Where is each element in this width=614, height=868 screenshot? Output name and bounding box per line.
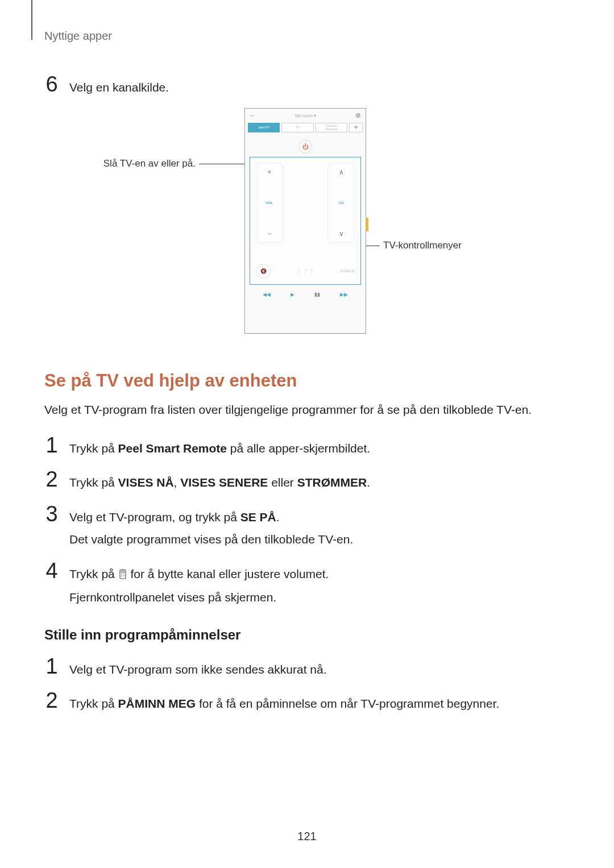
t-bold: Peel Smart Remote [118,442,227,455]
room-text: My room [295,113,313,118]
t: Trykk på [69,697,118,710]
step-text: Velg et TV-program, og trykk på SE PÅ. D… [69,508,570,549]
step-number: 3 [44,503,59,525]
room-label: My room ▾ [295,113,316,118]
ch-label: CH [339,201,344,205]
vol-label: VOL [266,201,273,205]
t: , [174,476,181,489]
tab-3: Custom Remote [316,123,347,132]
step-text: Trykk på VISES NÅ, VISES SENERE eller ST… [69,474,570,492]
t: for å bytte kanal eller justere volumet. [127,567,329,580]
pause-icon: ▮▮ [314,292,320,297]
bottom-row: 🔇 ⋮⋮⋮ SOURCE [256,264,355,279]
reminder-step-2: 2 Trykk på PÅMINN MEG for å få en påminn… [44,690,570,713]
ch-col: ∧ CH ∨ [327,163,355,243]
t: Trykk på [69,567,118,580]
step-2: 2 Trykk på VISES NÅ, VISES SENERE eller … [44,468,570,492]
t-sub: Det valgte programmet vises på den tilko… [69,530,570,549]
step-text: Trykk på for å bytte kanal eller justere… [69,565,570,607]
t: Trykk på [69,442,118,455]
t: Trykk på [69,476,118,489]
keypad-dots-icon: ⋮⋮⋮ [298,264,313,279]
step-number: 1 [44,655,59,677]
step-4: 4 Trykk på for å bytte kanal eller juste… [44,560,570,607]
phone-screenshot: ← My room ▾ ⚙ ubmTV TV Custom Remote + ⏻… [244,108,366,334]
remote-inline-icon [118,566,127,584]
vol-plus-icon: + [267,168,271,176]
power-icon: ⏻ [298,140,312,153]
tab-1: ubmTV [248,123,280,132]
svg-point-2 [121,574,122,575]
step-1: 1 Trykk på Peel Smart Remote på alle app… [44,434,570,458]
svg-point-4 [121,575,122,576]
breadcrumb: Nyttige apper [44,30,570,43]
t-bold: VISES SENERE [180,476,268,489]
intro-paragraph: Velg et TV-program fra listen over tilgj… [44,401,570,418]
side-tab [366,218,368,231]
callout-power-label: Slå TV-en av eller på. [99,158,196,169]
figure: Slå TV-en av eller på. TV-kontrollmenyer… [44,108,570,347]
t-sub: Fjernkontrollpanelet vises på skjermen. [69,588,570,607]
phone-tabs: ubmTV TV Custom Remote + [245,123,366,135]
callout-line-right-h [366,246,380,246]
tab-2: TV [281,123,313,132]
tab-3-line2: Remote [325,127,337,131]
svg-point-3 [123,574,125,575]
page-number: 121 [0,830,614,843]
playback-row: ◀◀ ▶ ▮▮ ▶▶ [245,288,366,297]
t: . [367,476,370,489]
t: . [276,510,280,524]
step-6: 6 Velg en kanalkilde. [44,73,570,97]
source-label: SOURCE [340,269,355,273]
step-number: 2 [44,468,59,490]
t: Velg et TV-program, og trykk på [69,510,240,524]
ch-down-icon: ∨ [339,230,344,238]
header-rule [31,0,32,40]
forward-icon: ▶▶ [340,292,348,297]
phone-topbar: ← My room ▾ ⚙ [245,109,366,123]
reminder-step-1: 1 Velg et TV-program som ikke sendes akk… [44,655,570,679]
t-bold: PÅMINN MEG [118,697,196,710]
gear-icon: ⚙ [355,112,361,119]
control-panel: + VOL − ∧ CH ∨ 🔇 ⋮⋮⋮ SOURCE [250,157,361,285]
tab-plus: + [349,123,363,132]
page: Nyttige apper 6 Velg en kanalkilde. Slå … [0,0,614,868]
section-heading: Se på TV ved hjelp av enheten [44,371,570,391]
subsection-heading: Stille inn programpåminnelser [44,627,570,643]
t: for å få en påminnelse om når TV-program… [196,697,499,710]
t: på alle apper-skjermbildet. [227,442,370,455]
vol-minus-icon: − [267,230,271,238]
vol-ch-row: + VOL − ∧ CH ∨ [256,163,355,243]
step-text: Velg et TV-program som ikke sendes akkur… [69,661,570,679]
step-text: Velg en kanalkilde. [69,78,570,97]
rewind-icon: ◀◀ [263,292,271,297]
t-bold: VISES NÅ [118,476,174,489]
callout-line-left [199,164,250,164]
callout-menus-label: TV-kontrollmenyer [383,240,462,251]
back-arrow-icon: ← [250,112,256,119]
play-icon: ▶ [291,292,294,297]
t-bold: SE PÅ [240,510,276,524]
step-text: Trykk på PÅMINN MEG for å få en påminnel… [69,695,570,713]
step-number: 1 [44,434,59,456]
vol-col: + VOL − [256,163,283,243]
t-bold: STRØMMER [297,476,367,489]
svg-rect-1 [121,571,124,572]
t: eller [268,476,297,489]
step-text: Trykk på Peel Smart Remote på alle apper… [69,439,570,458]
mute-icon: 🔇 [256,264,271,279]
svg-point-5 [123,575,125,576]
step-number: 2 [44,690,59,711]
step-number: 4 [44,560,59,582]
step-number: 6 [44,73,59,95]
step-3: 3 Velg et TV-program, og trykk på SE PÅ.… [44,503,570,549]
ch-up-icon: ∧ [339,168,344,176]
